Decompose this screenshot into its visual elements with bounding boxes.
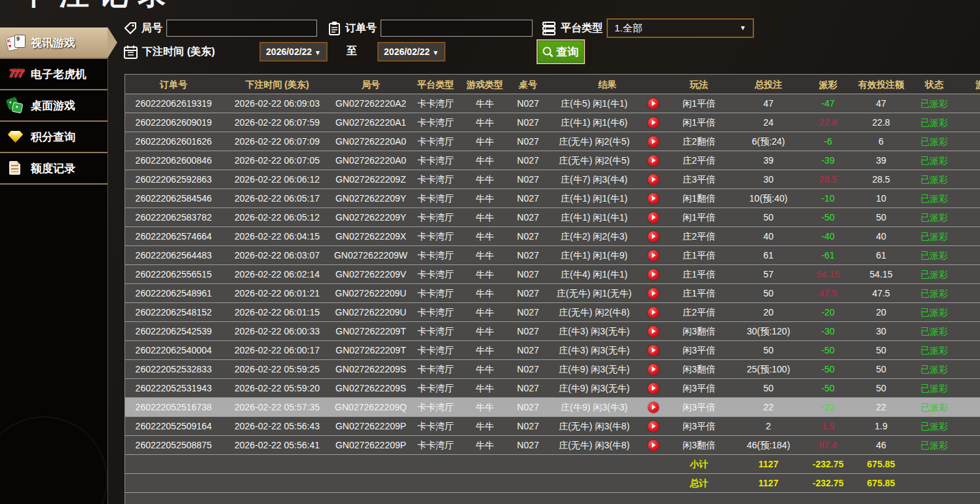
platform-select-value: 1.全部 [614, 22, 643, 33]
result-cell [640, 155, 666, 166]
play-video-icon[interactable] [648, 193, 659, 204]
play-method: 闲3翻倍 [666, 365, 732, 374]
table-row[interactable]: 2602220625644832026-02-22 06:03:07GN0272… [125, 246, 980, 265]
status-badge: 已派彩 [911, 118, 957, 127]
play-video-icon[interactable] [648, 402, 659, 413]
total-bet: 57 [732, 270, 805, 279]
table-row[interactable]: 2602220625837822026-02-22 06:05:12GN0272… [125, 208, 980, 227]
result-text: 庄(无牛) 闲2(牛5) [548, 156, 640, 165]
payout: 47.5 [805, 289, 851, 298]
table-row[interactable]: 2602220626090192026-02-22 06:07:59GN0272… [125, 113, 980, 132]
total-bet: 50 [732, 289, 805, 298]
round-number: GN0272622209P [332, 441, 409, 450]
play-method: 闲1平倍 [666, 118, 732, 127]
result-text: 庄(牛1) 闲1(牛6) [548, 118, 640, 127]
play-video-icon[interactable] [648, 364, 659, 375]
play-video-icon[interactable] [648, 307, 659, 318]
result-text: 庄(牛9) 闲3(无牛) [548, 384, 640, 393]
play-video-icon[interactable] [648, 269, 659, 280]
round-number: GN0272622209Q [332, 403, 409, 412]
platform-filter-group: 平台类型 1.全部 ▼ [541, 18, 754, 38]
search-button[interactable]: 查询 [537, 39, 585, 64]
platform-type: 卡卡湾厅 [409, 118, 462, 127]
round-number: GN027262220A0 [332, 156, 409, 165]
platform-type: 卡卡湾厅 [409, 384, 462, 393]
valid-bet-amount: 28.5 [851, 175, 911, 184]
valid-bet-amount: 39 [851, 156, 911, 165]
play-video-icon[interactable] [648, 174, 659, 185]
play-video-icon[interactable] [648, 250, 659, 261]
table-row[interactable]: 2602220625400042026-02-22 06:00:17GN0272… [125, 341, 980, 360]
play-video-icon[interactable] [648, 383, 659, 394]
date-to-select[interactable]: 2026/02/22 ▼ [377, 42, 445, 62]
result-text: 庄(牛3) 闲3(无牛) [548, 346, 640, 355]
column-header: 局号 [332, 80, 409, 89]
platform-type: 卡卡湾厅 [409, 346, 462, 355]
sidebar-item-label: 桌面游戏 [31, 98, 75, 113]
sidebar-item[interactable]: 积分查询 [0, 122, 107, 153]
play-video-icon[interactable] [648, 212, 659, 223]
sidebar-item[interactable]: 额度记录 [0, 153, 107, 185]
round-number: GN0272622209Y [332, 213, 409, 222]
table-row[interactable]: 2602220525091642026-02-22 05:56:43GN0272… [125, 417, 980, 436]
play-video-icon[interactable] [648, 345, 659, 356]
valid-bet-amount: 40 [851, 232, 911, 241]
table-row[interactable]: 2602220626193192026-02-22 06:09:03GN0272… [125, 94, 980, 113]
play-video-icon[interactable] [648, 98, 659, 109]
play-video-icon[interactable] [648, 155, 659, 166]
table-row[interactable]: 2602220525328332026-02-22 05:59:25GN0272… [125, 360, 980, 379]
platform-select[interactable]: 1.全部 ▼ [607, 18, 754, 38]
order-number: 260222062542539 [125, 327, 222, 336]
result-cell [640, 383, 666, 394]
result-text: 庄(牛3) 闲3(无牛) [548, 327, 640, 336]
table-row[interactable]: 2602220625928632026-02-22 06:06:12GN0272… [125, 170, 980, 189]
payout: -50 [805, 213, 851, 222]
order-number: 260222062540004 [125, 346, 222, 355]
valid-bet-amount: 47 [851, 99, 911, 108]
table-number: N027 [508, 270, 548, 279]
platform-type: 卡卡湾厅 [409, 422, 462, 431]
play-method: 闲3翻倍 [666, 441, 732, 450]
play-video-icon[interactable] [648, 231, 659, 242]
sidebar-item-label: 视讯游戏 [31, 35, 75, 50]
play-video-icon[interactable] [648, 117, 659, 128]
table-row[interactable]: 2602220525167382026-02-22 05:57:35GN0272… [125, 398, 980, 417]
platform-type: 卡卡湾厅 [409, 156, 462, 165]
status-badge: 已派彩 [911, 308, 957, 317]
round-input[interactable] [166, 20, 317, 37]
result-text: 庄(牛9) 闲3(无牛) [548, 365, 640, 374]
table-row[interactable]: 2602220625565152026-02-22 06:02:14GN0272… [125, 265, 980, 284]
table-row[interactable]: 2602220626008462026-02-22 06:07:05GN0272… [125, 151, 980, 170]
tag-icon [123, 21, 138, 35]
play-method: 庄3平倍 [666, 175, 732, 184]
total-bet: 25(预:100) [732, 365, 805, 374]
play-method: 庄1平倍 [666, 251, 732, 260]
table-row[interactable]: 2602220625746642026-02-22 06:04:15GN0272… [125, 227, 980, 246]
play-video-icon[interactable] [648, 326, 659, 337]
status-badge: 已派彩 [911, 232, 957, 241]
order-number: 260222062548961 [125, 289, 222, 298]
playing-cards-icon: K9 [7, 33, 25, 52]
table-row[interactable]: 2602220625845462026-02-22 06:05:17GN0272… [125, 189, 980, 208]
result-cell [640, 136, 666, 147]
table-row[interactable]: 2602220625425392026-02-22 06:00:33GN0272… [125, 322, 980, 341]
sidebar-item[interactable]: 777电子老虎机 [0, 59, 107, 90]
table-row[interactable]: 2602220625481522026-02-22 06:01:15GN0272… [125, 303, 980, 322]
order-label: 订单号 [345, 22, 377, 35]
date-from-select[interactable]: 2026/02/22 ▼ [259, 42, 328, 62]
order-input[interactable] [381, 20, 533, 37]
play-video-icon[interactable] [648, 288, 659, 299]
table-row[interactable]: 2602220525319432026-02-22 05:59:20GN0272… [125, 379, 980, 398]
table-row[interactable]: 2602220626016262026-02-22 06:07:09GN0272… [125, 132, 980, 151]
play-video-icon[interactable] [648, 440, 659, 451]
game-type: 牛牛 [462, 194, 508, 203]
table-row[interactable]: 2602220625489612026-02-22 06:01:21GN0272… [125, 284, 980, 303]
total-bet: 61 [732, 251, 805, 260]
result-cell [640, 402, 666, 413]
play-video-icon[interactable] [648, 136, 659, 147]
total-bet: 50 [732, 213, 805, 222]
sidebar-item[interactable]: 桌面游戏 [0, 90, 107, 122]
table-row[interactable]: 2602220525088752026-02-22 05:56:41GN0272… [125, 436, 980, 455]
play-video-icon[interactable] [648, 421, 659, 432]
sidebar-item[interactable]: K9视讯游戏 [0, 27, 107, 59]
